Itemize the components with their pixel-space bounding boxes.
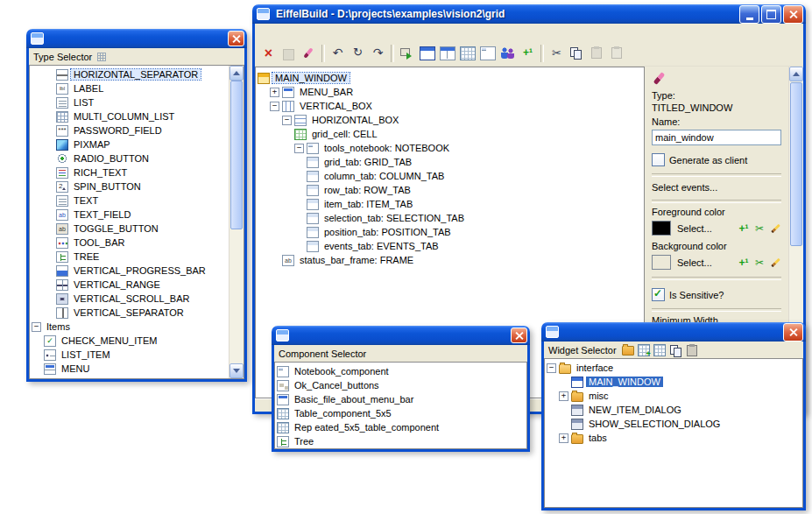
tree-item[interactable]: − tools_notebook: NOTEBOOK — [258, 141, 642, 155]
eraser-icon[interactable] — [769, 222, 781, 235]
tree-item[interactable]: item_tab: ITEM_TAB — [258, 197, 642, 211]
tree-item[interactable]: grid_cell: CELL — [258, 127, 642, 141]
tree-item[interactable]: NEW_ITEM_DIALOG — [547, 403, 801, 417]
tree-item[interactable]: events_tab: EVENTS_TAB — [258, 239, 642, 253]
grid-icon[interactable] — [653, 344, 666, 356]
is-sensitive-checkbox[interactable] — [652, 288, 665, 301]
toolbar-button[interactable] — [567, 44, 587, 63]
tree-item[interactable]: row_tab: ROW_TAB — [258, 183, 642, 197]
tree-item[interactable]: grid_tab: GRID_TAB — [258, 155, 642, 169]
toolbar-button[interactable] — [547, 44, 567, 63]
tree-item[interactable]: MULTI_COLUMN_LIST — [32, 109, 227, 123]
scroll-down-button[interactable] — [229, 363, 244, 378]
toolbar-button[interactable] — [279, 44, 299, 63]
close-button[interactable] — [228, 31, 244, 46]
toolbar-button[interactable] — [607, 44, 627, 63]
tree-item[interactable]: MENU — [32, 362, 227, 376]
scroll-up-button[interactable] — [789, 67, 803, 81]
menu-item[interactable] — [286, 31, 300, 34]
generate-as-client-checkbox[interactable] — [652, 153, 665, 166]
type-selector-scrollbar[interactable] — [229, 66, 244, 378]
maximize-button[interactable] — [761, 5, 781, 24]
tree-item[interactable]: VERTICAL_PROGRESS_BAR — [32, 264, 227, 278]
tree-item[interactable]: LIST_ITEM — [32, 348, 227, 362]
pick-icon[interactable] — [753, 257, 766, 269]
toolbar-button[interactable] — [498, 44, 518, 63]
paste-icon[interactable] — [685, 344, 697, 356]
list-item[interactable]: Notebook_component — [277, 364, 525, 378]
tree-item[interactable]: − interface — [547, 361, 801, 375]
tree-item[interactable]: selection_tab: SELECTION_TAB — [258, 211, 642, 225]
background-color-swatch[interactable] — [652, 255, 671, 270]
scroll-up-button[interactable] — [229, 66, 244, 81]
eraser-icon[interactable] — [769, 257, 781, 269]
list-item[interactable]: Tree — [277, 434, 525, 448]
tree-item[interactable]: − VERTICAL_BOX — [258, 99, 642, 113]
scrollbar-thumb[interactable] — [230, 81, 243, 229]
minimize-button[interactable] — [739, 5, 759, 24]
tree-item[interactable]: RADIO_BUTTON — [32, 151, 227, 165]
toolbar-button[interactable] — [477, 44, 498, 63]
tree-item[interactable]: SPIN_BUTTON — [32, 180, 227, 194]
toolbar-button[interactable] — [457, 44, 477, 63]
tree-item[interactable]: column_tab: COLUMN_TAB — [258, 169, 642, 183]
tree-item[interactable]: LIST — [32, 95, 227, 109]
expander-icon[interactable]: − — [547, 363, 556, 373]
tree-item[interactable]: position_tab: POSITION_TAB — [258, 225, 642, 239]
tree-item[interactable]: VERTICAL_SEPARATOR — [32, 306, 227, 320]
toolbar-button[interactable] — [587, 44, 607, 63]
tree-item[interactable]: VERTICAL_RANGE — [32, 278, 227, 292]
tree-item[interactable]: TREE — [32, 250, 227, 264]
folder-icon[interactable] — [622, 346, 634, 356]
tree-item[interactable]: − Items — [32, 320, 227, 334]
expander-icon[interactable]: − — [270, 102, 279, 111]
type-selector-title-bar[interactable] — [26, 29, 247, 48]
tree-item[interactable]: CHECK_MENU_ITEM — [32, 334, 227, 348]
toolbar-button[interactable] — [258, 44, 279, 63]
tree-item[interactable]: PASSWORD_FIELD — [32, 123, 227, 137]
tree-item[interactable]: TOGGLE_BUTTON — [32, 222, 227, 236]
toolbar-button[interactable] — [437, 44, 457, 63]
tree-item[interactable]: TEXT — [32, 194, 227, 208]
tree-item[interactable]: + misc — [547, 389, 801, 403]
add-one-icon[interactable] — [738, 257, 750, 269]
list-item[interactable]: Table_component_5x5 — [277, 406, 525, 420]
tree-item[interactable]: − HORIZONTAL_BOX — [258, 113, 642, 127]
list-item[interactable]: Ok_Cancel_buttons — [277, 378, 525, 392]
toolbar-button[interactable] — [368, 44, 388, 63]
menu-item[interactable] — [272, 31, 286, 34]
tree-item[interactable]: MAIN_WINDOW — [547, 375, 801, 389]
tree-item[interactable]: VERTICAL_SCROLL_BAR — [32, 292, 227, 306]
close-button[interactable] — [511, 327, 527, 343]
toolbar-button[interactable] — [328, 44, 348, 63]
tree-item[interactable]: RICH_TEXT — [32, 165, 227, 180]
tree-item[interactable]: TEXT_FIELD — [32, 208, 227, 222]
foreground-color-swatch[interactable] — [652, 221, 671, 236]
close-button[interactable] — [783, 323, 803, 341]
toolbar-button[interactable] — [397, 44, 417, 63]
foreground-select-button[interactable]: Select... — [677, 223, 712, 234]
tree-item[interactable]: TOOL_BAR — [32, 236, 227, 250]
component-selector-title-bar[interactable] — [272, 326, 530, 345]
add-grid-icon[interactable] — [638, 344, 650, 356]
background-select-button[interactable]: Select... — [677, 257, 712, 268]
tree-item[interactable]: PIXMAP — [32, 137, 227, 151]
tree-item[interactable]: MAIN_WINDOW — [258, 71, 642, 85]
dock-icon[interactable] — [97, 53, 106, 61]
tree-item[interactable]: status_bar_frame: FRAME — [258, 253, 642, 267]
menu-item[interactable] — [300, 31, 314, 34]
brush-icon[interactable] — [652, 71, 666, 85]
toolbar-button[interactable] — [518, 44, 538, 63]
tree-item[interactable]: HORIZONTAL_SEPARATOR — [32, 67, 227, 81]
tree-item[interactable]: + tabs — [547, 431, 801, 445]
tree-item[interactable]: LABEL — [32, 81, 227, 95]
main-title-bar[interactable]: EiffelBuild - D:\projects\examples\visio… — [252, 4, 806, 24]
menu-item[interactable] — [258, 31, 272, 34]
tree-item[interactable]: SHOW_SELECTION_DIALOG — [547, 417, 801, 431]
list-item[interactable]: Rep eated_5x5_table_component — [277, 420, 525, 434]
name-input[interactable] — [652, 130, 781, 145]
close-button[interactable] — [783, 5, 803, 24]
expander-icon[interactable]: + — [559, 433, 568, 443]
toolbar-button[interactable] — [417, 44, 437, 63]
toolbar-button[interactable] — [348, 44, 368, 63]
